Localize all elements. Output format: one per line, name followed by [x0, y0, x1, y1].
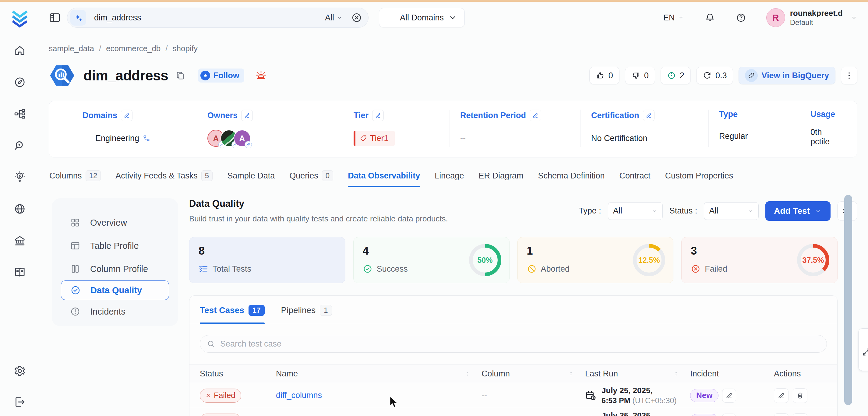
tab-contract[interactable]: Contract: [619, 170, 651, 183]
govern-icon[interactable]: [14, 234, 26, 247]
global-search-bar[interactable]: dim_address All: [67, 8, 369, 28]
logout-icon[interactable]: [14, 396, 26, 408]
breadcrumb-database[interactable]: ecommerce_db: [106, 44, 160, 53]
settings-icon[interactable]: [14, 365, 26, 377]
user-menu-chevron-icon[interactable]: [850, 14, 857, 21]
edit-owners-button[interactable]: [241, 109, 253, 121]
rail-nav: [14, 44, 26, 278]
observability-icon[interactable]: [14, 139, 26, 152]
tier-badge[interactable]: Tier1: [353, 131, 395, 146]
search-input[interactable]: dim_address: [94, 13, 325, 23]
tab-test-cases[interactable]: Test Cases 17: [200, 305, 265, 316]
tab-columns[interactable]: Columns 12: [49, 170, 101, 183]
downvote-button[interactable]: 0: [625, 67, 655, 84]
summary-card-total-tests: 8 Total Tests: [189, 237, 345, 283]
upvote-button[interactable]: 0: [589, 67, 619, 84]
tier-score-button[interactable]: 0.3: [696, 67, 733, 84]
summary-card-failed: 3 Failed 37.5%: [681, 237, 838, 283]
sort-column-icon[interactable]: [568, 370, 574, 378]
test-case-search[interactable]: [200, 335, 827, 353]
delete-test-button[interactable]: [793, 413, 807, 416]
summary-label: Aborted: [541, 264, 570, 274]
sidebar-item-table-profile[interactable]: Table Profile: [52, 234, 178, 257]
language-selector[interactable]: EN: [663, 13, 684, 23]
clear-search-icon[interactable]: [351, 12, 362, 23]
test-summary-cards: 8 Total Tests 4 Success: [189, 237, 838, 283]
user-info[interactable]: rounakpreet.d Default: [790, 8, 843, 27]
help-icon[interactable]: [736, 12, 746, 23]
add-test-button[interactable]: Add Test: [765, 201, 831, 221]
announcement-icon[interactable]: [255, 70, 267, 81]
last-run-date: July 25, 2025,: [601, 411, 677, 416]
glossary-icon[interactable]: [14, 266, 26, 278]
search-scope-dropdown[interactable]: All: [325, 13, 343, 23]
sidebar-item-incidents[interactable]: Incidents: [52, 300, 178, 323]
sidebar-item-data-quality[interactable]: Data Quality: [61, 281, 169, 300]
edit-certification-button[interactable]: [643, 109, 654, 121]
explore-icon[interactable]: [14, 76, 26, 88]
rail-bottom: [14, 365, 26, 408]
incident-badge[interactable]: New: [690, 414, 718, 416]
entity-actions: 0 0 2 0.3 View in BigQuery: [589, 67, 857, 84]
incident-badge[interactable]: New: [690, 389, 718, 402]
metadata-type: Type Regular: [719, 109, 800, 147]
tab-er-diagram[interactable]: ER Diagram: [478, 170, 523, 183]
copy-name-icon[interactable]: [176, 71, 185, 81]
follow-button[interactable]: ★ Follow: [198, 68, 244, 83]
sidebar-item-overview[interactable]: Overview: [52, 211, 178, 234]
edit-retention-button[interactable]: [530, 109, 541, 121]
edit-test-button[interactable]: [774, 388, 788, 403]
insights-icon[interactable]: [14, 171, 26, 183]
refresh-icon: [703, 71, 712, 80]
sort-name-icon[interactable]: [464, 370, 470, 378]
tab-pipelines[interactable]: Pipelines 1: [281, 305, 332, 316]
domains-icon[interactable]: [14, 203, 26, 215]
owner-avatar[interactable]: A: [234, 130, 251, 147]
percent-donut: 37.5%: [797, 244, 829, 276]
tag-icon: [360, 135, 367, 142]
home-icon[interactable]: [14, 44, 26, 57]
right-panel-handle[interactable]: [858, 328, 868, 371]
breadcrumb-schema[interactable]: shopify: [173, 44, 198, 53]
tab-custom-properties[interactable]: Custom Properties: [665, 170, 733, 183]
version-button[interactable]: 2: [660, 67, 691, 84]
test-case-link[interactable]: diff_columns: [276, 391, 322, 400]
user-avatar[interactable]: R: [766, 8, 785, 27]
tab-lineage[interactable]: Lineage: [435, 170, 464, 183]
owner-avatars[interactable]: A A: [208, 130, 251, 147]
type-filter-select[interactable]: All: [608, 202, 663, 220]
tab-schema-definition[interactable]: Schema Definition: [538, 170, 604, 183]
breadcrumb-service[interactable]: sample_data: [49, 44, 94, 53]
openmetadata-logo[interactable]: [11, 10, 29, 29]
page-title: dim_address: [84, 67, 168, 84]
expand-panel-icon: [861, 333, 868, 371]
view-in-bigquery-button[interactable]: View in BigQuery: [739, 67, 835, 84]
edit-incident-button[interactable]: [722, 389, 736, 403]
summary-label: Total Tests: [213, 264, 251, 274]
sidebar-item-column-profile[interactable]: Column Profile: [52, 257, 178, 281]
notifications-icon[interactable]: [705, 12, 715, 23]
search-test-case-input[interactable]: [220, 339, 820, 349]
platform-icon[interactable]: [14, 108, 26, 120]
status-badge: Failed: [200, 414, 241, 416]
edit-incident-button[interactable]: [722, 414, 736, 416]
tab-sample-data[interactable]: Sample Data: [227, 170, 275, 183]
xcircle-icon: [691, 264, 701, 274]
status-filter-select[interactable]: All: [704, 202, 759, 220]
more-options-button[interactable]: [841, 67, 857, 84]
chevron-down-icon: [747, 208, 753, 214]
sidebar-toggle-icon[interactable]: [49, 11, 61, 24]
ai-sparkle-icon[interactable]: [70, 10, 86, 26]
edit-tier-button[interactable]: [372, 109, 384, 121]
edit-domains-button[interactable]: [121, 109, 132, 121]
tab-data-observability[interactable]: Data Observability: [348, 170, 420, 183]
tab-activity-feeds-tasks[interactable]: Activity Feeds & Tasks 5: [116, 170, 213, 183]
tab-queries[interactable]: Queries 0: [289, 170, 333, 183]
sort-lastrun-icon[interactable]: [673, 370, 679, 378]
domain-value[interactable]: Engineering: [95, 134, 139, 143]
edit-test-button[interactable]: [774, 413, 788, 416]
delete-test-button[interactable]: [793, 388, 807, 403]
test-cases-table: Status Name Column Last Run Incident Act…: [189, 364, 837, 416]
all-domains-button[interactable]: All Domains: [379, 8, 465, 27]
vertical-scrollbar[interactable]: [844, 195, 852, 405]
